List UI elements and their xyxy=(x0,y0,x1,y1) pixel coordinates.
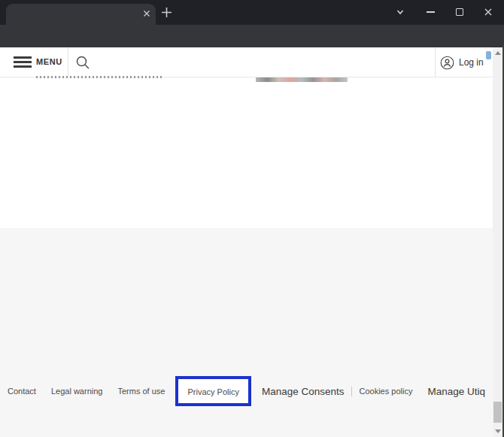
page-footer: Contact Legal warning Terms of use Priva… xyxy=(0,228,504,437)
truncated-text-fragment xyxy=(36,76,162,78)
page-viewport: MENU Log in Contact Legal warning xyxy=(0,47,504,437)
login-button[interactable]: Log in xyxy=(440,54,484,71)
truncated-blue-element xyxy=(486,51,491,59)
user-icon xyxy=(440,56,454,70)
footer-link-contact[interactable]: Contact xyxy=(0,387,44,396)
footer-link-manage-utiq[interactable]: Manage Utiq xyxy=(420,386,493,397)
browser-toolbar: In incognito (3) xyxy=(0,25,504,47)
site-header: MENU Log in xyxy=(0,47,504,77)
truncated-image-fragment xyxy=(256,77,348,82)
footer-link-terms-of-use[interactable]: Terms of use xyxy=(110,387,172,396)
close-window-icon[interactable] xyxy=(478,3,498,21)
browser-tab[interactable] xyxy=(6,4,156,25)
header-divider xyxy=(68,47,68,77)
hamburger-menu-icon[interactable] xyxy=(14,56,32,68)
scrollbar-thumb[interactable] xyxy=(493,402,502,423)
menu-button[interactable]: MENU xyxy=(36,57,62,66)
maximize-icon[interactable] xyxy=(450,3,469,21)
tab-search-chevron-icon[interactable] xyxy=(390,3,410,21)
page-scrollbar[interactable] xyxy=(493,47,502,437)
tab-close-icon[interactable] xyxy=(141,9,152,20)
footer-link-manage-consents[interactable]: Manage Consents xyxy=(254,386,352,397)
footer-link-legal-warning[interactable]: Legal warning xyxy=(44,387,111,396)
footer-link-cookies-policy[interactable]: Cookies policy xyxy=(352,387,421,396)
highlight-box: Privacy Policy xyxy=(175,376,250,406)
header-divider xyxy=(435,47,436,77)
browser-window: In incognito (3) MENU Log in xyxy=(0,0,504,437)
search-icon[interactable] xyxy=(75,55,90,70)
scrollbar-up-arrow-icon[interactable] xyxy=(495,51,501,55)
new-tab-icon[interactable] xyxy=(160,6,173,19)
footer-link-privacy-policy[interactable]: Privacy Policy xyxy=(180,387,246,396)
footer-links-nav: Contact Legal warning Terms of use Priva… xyxy=(0,375,493,408)
minimize-icon[interactable] xyxy=(421,3,440,21)
login-label: Log in xyxy=(459,57,484,68)
scrollbar-down-arrow-icon[interactable] xyxy=(495,429,501,433)
tab-strip xyxy=(0,0,504,25)
